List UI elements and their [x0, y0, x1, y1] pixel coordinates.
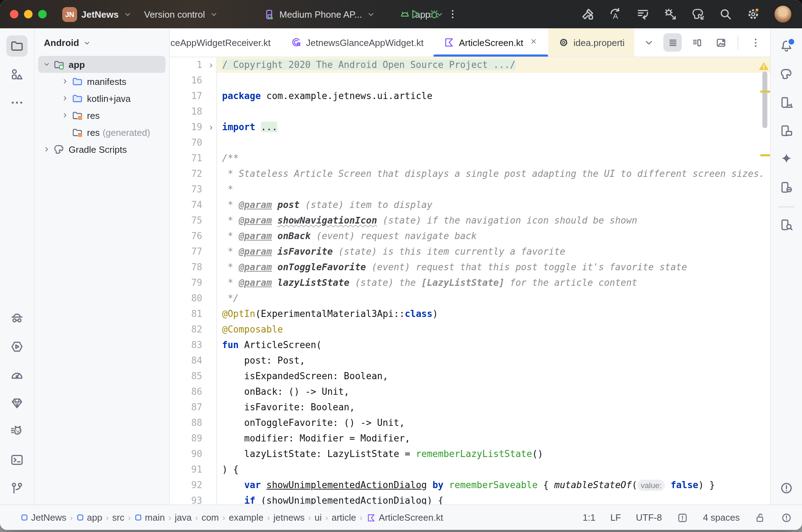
zoom-window-button[interactable] — [38, 10, 47, 18]
close-window-button[interactable] — [10, 10, 18, 18]
tool-resource-manager[interactable] — [6, 64, 28, 85]
editor-tab-ceappwidgetreceiver-kt[interactable]: ceAppWidgetReceiver.kt — [170, 28, 280, 57]
breadcrumb-item-article[interactable]: article — [332, 512, 356, 523]
run-button[interactable] — [409, 8, 422, 21]
close-tab-icon — [529, 37, 538, 46]
code-editor[interactable]: 1/ Copyright 2020 The Android Open Sourc… — [170, 57, 770, 504]
breadcrumb-item-jetnews[interactable]: JetNews — [21, 512, 66, 523]
line-number: 74 — [170, 197, 206, 213]
tree-item-gradle-scripts[interactable]: Gradle Scripts — [38, 141, 165, 158]
settings-gear-icon[interactable] — [746, 7, 760, 21]
project-widget[interactable]: JN JetNews — [62, 7, 132, 22]
warning-stripe-mark[interactable] — [760, 91, 770, 93]
tree-item-res[interactable]: res — [38, 107, 165, 124]
vcs-menu-label: Version control — [144, 9, 205, 19]
chevron-down-icon[interactable] — [42, 60, 51, 69]
device-selector[interactable]: Medium Phone AP... — [263, 8, 376, 20]
right-toolwindow-strip — [770, 28, 802, 504]
attach-debugger-icon[interactable] — [663, 7, 678, 21]
split-view-toggle[interactable] — [687, 33, 706, 52]
warning-stripe-mark[interactable] — [760, 154, 770, 156]
chevron-right-icon[interactable] — [61, 94, 69, 103]
editor-tab-articlescreen-kt[interactable]: ArticleScreen.kt — [434, 28, 548, 57]
tool-project[interactable] — [6, 35, 28, 57]
breadcrumb-item-java[interactable]: java — [175, 512, 192, 523]
tool-services[interactable] — [6, 336, 28, 357]
tool-device-manager[interactable] — [776, 92, 797, 113]
breadcrumb-item-app[interactable]: app — [76, 512, 102, 523]
code-line: 17package com.example.jetnews.ui.article — [170, 88, 770, 104]
search-everywhere-icon[interactable] — [719, 7, 733, 21]
error-highlighting[interactable] — [781, 512, 792, 523]
line-number: 93 — [170, 493, 206, 504]
chevron-down-icon — [209, 10, 219, 19]
code-view-toggle[interactable] — [663, 33, 682, 52]
user-avatar[interactable] — [774, 5, 792, 23]
breadcrumb-item-ui[interactable]: ui — [314, 512, 321, 523]
kebab-menu-icon[interactable] — [447, 8, 458, 20]
tool-problems[interactable] — [776, 478, 797, 499]
tool-gemini[interactable] — [776, 149, 797, 170]
breadcrumb-item-jetnews[interactable]: jetnews — [273, 512, 304, 523]
build-hammer-icon[interactable] — [581, 7, 595, 21]
tool-app-inspection[interactable] — [6, 393, 28, 414]
tool-app-quality-insights[interactable] — [6, 308, 28, 329]
tool-running-devices[interactable] — [776, 120, 797, 141]
indent-style[interactable]: 4 spaces — [703, 512, 740, 523]
hidden-tabs-dropdown[interactable] — [639, 33, 658, 52]
tool-logcat[interactable] — [6, 421, 28, 442]
vcs-widget[interactable]: Version control — [144, 9, 219, 19]
tree-item-res[interactable]: res(generated) — [38, 124, 165, 141]
chevron-right-icon[interactable] — [61, 77, 69, 86]
inspections-widget[interactable] — [677, 512, 688, 523]
folder-blue-icon — [71, 75, 83, 87]
tool-more[interactable] — [6, 92, 28, 113]
breadcrumb-item-com[interactable]: com — [202, 512, 219, 523]
scrollbar-thumb[interactable] — [762, 71, 767, 128]
project-view-selector[interactable]: Android — [35, 28, 169, 54]
kebab-icon — [749, 36, 761, 48]
fold-marker-icon[interactable] — [207, 123, 215, 131]
gradle-sync-icon[interactable] — [691, 7, 705, 21]
editor-options-menu[interactable] — [746, 33, 765, 52]
titlebar: JN JetNews Version control Medium Phone … — [0, 0, 802, 28]
file-writable-toggle[interactable] — [755, 512, 766, 523]
line-number: 85 — [170, 369, 206, 384]
design-view-toggle[interactable] — [711, 33, 730, 52]
tool-profiler[interactable] — [6, 364, 28, 386]
sync-changes-icon[interactable]: A — [608, 7, 622, 21]
tool-terminal[interactable] — [6, 449, 28, 470]
line-number: 18 — [170, 104, 206, 120]
tool-version-control[interactable] — [6, 478, 28, 499]
tree-item-app[interactable]: app — [38, 56, 165, 73]
project-name: JetNews — [81, 9, 119, 19]
terminal-icon — [10, 453, 24, 467]
inspections-box-icon — [677, 512, 688, 523]
fold-marker-icon[interactable] — [207, 61, 215, 69]
breadcrumb-item-articlescreen-kt[interactable]: ArticleScreen.kt — [366, 512, 443, 523]
tree-item-kotlin-java[interactable]: kotlin+java — [38, 90, 165, 107]
warning-triangle-icon[interactable] — [759, 62, 769, 71]
caret-position[interactable]: 1:1 — [583, 512, 595, 523]
breadcrumb-item-example[interactable]: example — [229, 512, 263, 523]
code-line: 77 * @param isFavorite (state) is this i… — [170, 244, 770, 260]
breadcrumb-item-main[interactable]: main — [134, 512, 165, 523]
line-separator[interactable]: LF — [610, 512, 621, 523]
editor-tab-jetnewsglanceappwidget-kt[interactable]: JetnewsGlanceAppWidget.kt — [280, 28, 433, 57]
chevron-right-icon[interactable] — [61, 111, 69, 120]
profiler-tasks-icon[interactable] — [636, 7, 650, 21]
minimize-window-button[interactable] — [24, 10, 33, 18]
editor-tab-idea-properti[interactable]: idea.properti — [548, 28, 635, 57]
tool-device-mirroring[interactable] — [776, 177, 797, 198]
tool-gradle[interactable] — [776, 64, 797, 85]
breadcrumb-item-src[interactable]: src — [112, 512, 124, 523]
chevron-right-icon[interactable] — [42, 145, 51, 154]
notifications[interactable] — [776, 35, 797, 57]
tree-item-manifests[interactable]: manifests — [38, 73, 165, 90]
debug-button[interactable] — [428, 8, 441, 21]
code-line: 1/ Copyright 2020 The Android Open Sourc… — [170, 57, 770, 73]
tool-device-explorer[interactable] — [776, 214, 797, 236]
chevron-down-icon — [123, 10, 132, 19]
toolbar-divider — [738, 35, 738, 50]
file-encoding[interactable]: UTF-8 — [636, 512, 662, 523]
